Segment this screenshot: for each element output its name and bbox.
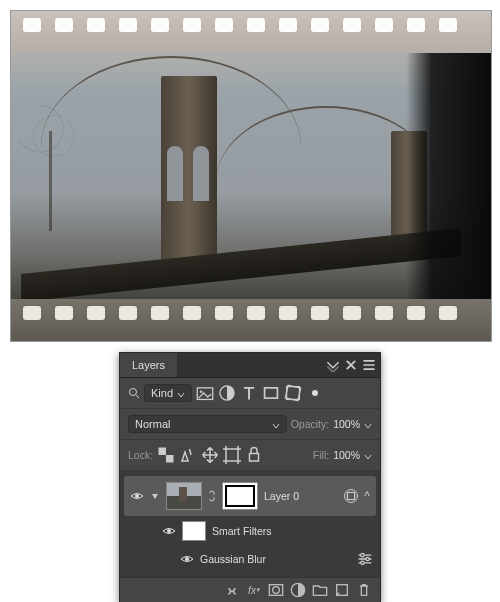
smart-filters-header[interactable]: Smart Filters [120,517,380,545]
delete-layer-icon[interactable] [356,582,372,598]
film-border-bottom [11,299,491,341]
svg-rect-6 [285,385,300,400]
panel-menu-icon[interactable] [362,358,376,372]
layer-expand-icon[interactable]: ^ [364,489,370,503]
lock-row: Lock: Fill: 100% [120,440,380,471]
filter-shape-icon[interactable] [262,384,280,402]
svg-point-0 [130,389,137,396]
chevron-down-icon[interactable] [364,451,372,459]
link-layers-icon[interactable] [224,582,240,598]
svg-point-16 [366,557,369,560]
panel-tab-bar: Layers [120,353,380,378]
fx-icon[interactable]: fx▾ [246,582,262,598]
blend-mode-dropdown[interactable]: Normal [128,415,287,433]
filter-options-icon[interactable] [356,550,374,568]
collapse-icon[interactable] [326,358,340,372]
svg-rect-4 [265,388,278,398]
add-adjustment-icon[interactable] [290,582,306,598]
new-group-icon[interactable] [312,582,328,598]
film-border-top [11,11,491,53]
lock-transparency-icon[interactable] [157,446,175,464]
layer-name[interactable]: Layer 0 [264,490,299,502]
filter-pixel-icon[interactable] [196,384,214,402]
smart-filter-item[interactable]: Gaussian Blur [120,545,380,573]
filter-adjust-icon[interactable] [218,384,236,402]
filter-artboard-icon[interactable] [306,384,324,402]
close-icon[interactable] [344,358,358,372]
svg-point-19 [273,587,280,594]
svg-rect-9 [226,449,238,461]
filter-name[interactable]: Gaussian Blur [200,553,266,565]
opacity-label: Opacity: [291,418,330,430]
filter-row: Kind [120,378,380,409]
svg-point-14 [185,557,189,561]
filter-smart-icon[interactable] [284,384,302,402]
svg-rect-10 [250,454,259,462]
svg-rect-5 [287,387,300,400]
svg-rect-12 [348,492,355,499]
search-icon [128,387,140,399]
filter-type-dropdown[interactable]: Kind [144,384,192,402]
new-layer-icon[interactable] [334,582,350,598]
layers-list: Layer 0 ^ Smart Filters Gaussian Blur [120,471,380,577]
chevron-down-icon[interactable] [364,420,372,428]
blend-row: Normal Opacity: 100% [120,409,380,440]
lock-image-icon[interactable] [179,446,197,464]
lock-position-icon[interactable] [201,446,219,464]
panel-footer: fx▾ [120,577,380,602]
fill-label: Fill: [313,449,329,461]
layers-panel: Layers Kind Normal Opacity: 100% Lock: [119,352,381,602]
mask-link-icon[interactable] [208,489,216,503]
filter-mask-thumbnail[interactable] [222,482,258,510]
document-canvas [10,10,492,342]
layer-item[interactable]: Layer 0 ^ [124,476,376,516]
visibility-toggle[interactable] [130,489,144,503]
svg-point-2 [200,390,203,393]
svg-point-17 [361,561,364,564]
svg-rect-8 [166,455,174,463]
chevron-down-icon [177,389,185,397]
fill-value[interactable]: 100% [333,449,360,461]
expand-toggle[interactable] [150,491,160,501]
svg-rect-7 [159,448,167,456]
chevron-down-icon [272,420,280,428]
visibility-toggle[interactable] [180,552,194,566]
blur-vignette [406,11,491,341]
lock-artboard-icon[interactable] [223,446,241,464]
add-mask-icon[interactable] [268,582,284,598]
svg-point-11 [135,494,139,498]
lock-all-icon[interactable] [245,446,263,464]
layer-thumbnail[interactable] [166,482,202,510]
filter-type-icon[interactable] [240,384,258,402]
svg-point-15 [361,553,364,556]
opacity-value[interactable]: 100% [333,418,360,430]
smart-filters-label: Smart Filters [212,525,272,537]
smart-object-badge [344,489,358,503]
layers-tab[interactable]: Layers [120,353,177,377]
visibility-toggle[interactable] [162,524,176,538]
svg-point-13 [167,529,171,533]
lock-label: Lock: [128,449,153,461]
smart-filters-mask-thumbnail[interactable] [182,521,206,541]
